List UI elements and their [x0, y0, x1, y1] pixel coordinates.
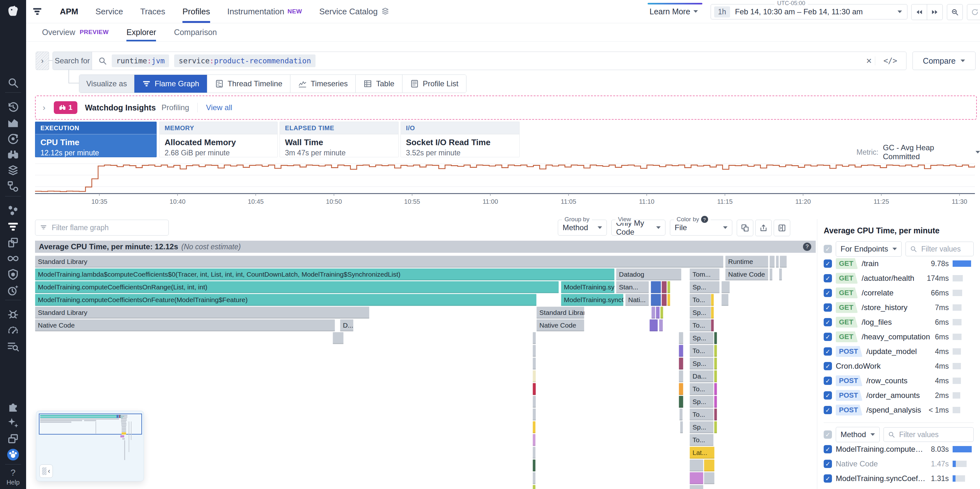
flame-frame-fragment[interactable]: [704, 459, 714, 471]
flame-frame[interactable]: ModelTraining.syncCoeffi...: [561, 294, 624, 306]
metric-card-elapsed-time[interactable]: ELAPSED TIMEWall Time3m 47s per minute: [280, 122, 399, 157]
flame-frame-fragment[interactable]: [667, 281, 670, 293]
endpoint-row[interactable]: ✓GET/train9.78s: [824, 256, 974, 271]
endpoint-checkbox[interactable]: ✓: [824, 260, 832, 268]
flame-frame[interactable]: Stan...: [616, 281, 649, 293]
flame-frame[interactable]: Sp...: [690, 357, 714, 370]
endpoint-row[interactable]: ✓GET/store_history7ms: [824, 300, 974, 315]
flame-frame-fragment[interactable]: [679, 396, 683, 408]
flame-frame[interactable]: Lat...: [690, 447, 714, 459]
endpoint-row[interactable]: ✓GET/correlate66ms: [824, 285, 974, 300]
sidebar-ci-icon[interactable]: [7, 252, 19, 265]
endpoint-checkbox[interactable]: ✓: [824, 318, 832, 327]
endpoint-row[interactable]: ✓POST/spend_analysis< 1ms: [824, 403, 974, 417]
sidebar-workspaces-icon[interactable]: [7, 432, 19, 445]
flame-frame-fragment[interactable]: [660, 307, 663, 319]
nav-item-service-catalog[interactable]: Service Catalog: [319, 0, 390, 23]
sidebar-traces-icon[interactable]: [7, 180, 19, 193]
metric-card-i-o[interactable]: I/OSocket I/O Read Time3.52s per minute: [401, 122, 520, 157]
flame-frame-fragment[interactable]: [711, 307, 714, 319]
flame-frame[interactable]: To...: [690, 383, 714, 395]
flame-frame-fragment[interactable]: [662, 281, 667, 293]
visualize-table[interactable]: Table: [356, 75, 402, 92]
compare-button[interactable]: Compare: [913, 52, 975, 70]
sidebar-recent-icon[interactable]: [7, 100, 19, 113]
flame-frame[interactable]: To...: [690, 319, 711, 331]
flame-frame[interactable]: Sp...: [690, 421, 714, 433]
flame-frame-fragment[interactable]: [533, 459, 536, 471]
sidebar-user-avatar-icon[interactable]: [7, 448, 19, 461]
subtab-comparison[interactable]: Comparison: [174, 23, 217, 41]
time-preset-badge[interactable]: 1h: [714, 6, 730, 18]
flame-frame-fragment[interactable]: [533, 472, 536, 484]
gc-heap-timeseries-chart[interactable]: 10:3510:4010:4510:5010:5511:0011:0511:10…: [35, 159, 975, 210]
flame-frame-fragment[interactable]: [533, 485, 536, 489]
endpoints-filter-input[interactable]: [920, 244, 969, 254]
flame-frame-fragment[interactable]: [679, 345, 683, 357]
flame-frame[interactable]: Standard Library: [536, 307, 584, 319]
sidebar-insights-icon[interactable]: [7, 148, 19, 161]
clear-search-icon[interactable]: ×: [866, 56, 872, 66]
learn-more-button[interactable]: Learn More: [649, 0, 698, 23]
flame-frame[interactable]: Sp...: [690, 332, 714, 344]
flame-frame-fragment[interactable]: [656, 307, 660, 319]
flame-frame-fragment[interactable]: [679, 383, 683, 395]
flame-frame-fragment[interactable]: [659, 319, 663, 331]
flame-frame[interactable]: Standard Library: [35, 307, 369, 319]
endpoint-row[interactable]: ✓POST/order_amounts2ms: [824, 388, 974, 403]
sidebar-service-catalog-icon[interactable]: [7, 164, 19, 177]
flame-frame-fragment[interactable]: [533, 434, 536, 446]
help-icon[interactable]: ?: [7, 467, 19, 479]
flame-frame[interactable]: Standard Library: [35, 256, 723, 268]
subtab-explorer[interactable]: Explorer: [126, 23, 156, 41]
endpoint-checkbox[interactable]: ✓: [824, 362, 832, 370]
flame-frame-fragment[interactable]: [679, 357, 683, 370]
metric-card-execution[interactable]: EXECUTIONCPU Time12.12s per minute: [35, 122, 157, 157]
flame-frame-fragment[interactable]: [711, 294, 714, 306]
flame-frame[interactable]: Nati...: [625, 294, 649, 306]
flame-frame[interactable]: D...: [340, 319, 353, 331]
flame-frame-fragment[interactable]: [333, 332, 344, 344]
help-circle-icon[interactable]: ?: [701, 216, 708, 223]
endpoint-row[interactable]: ✓GET/actuator/health174ms: [824, 271, 974, 285]
sidebar-apm-icon[interactable]: [7, 220, 19, 233]
method-row[interactable]: ✓Native Code1.47s: [824, 457, 974, 471]
endpoints-selector[interactable]: For Endpoints: [836, 241, 902, 256]
sidebar-security-icon[interactable]: [7, 268, 19, 281]
view-select[interactable]: View Only My Code: [611, 220, 665, 236]
flame-frame-fragment[interactable]: [690, 459, 703, 471]
flame-frame[interactable]: ModelTraining.lambda$computeCoefficients…: [35, 268, 614, 280]
datadog-logo-icon[interactable]: [6, 5, 20, 19]
endpoint-row[interactable]: ✓GET/heavy_computation6ms: [824, 330, 974, 344]
flame-frame-fragment[interactable]: [680, 421, 683, 433]
sidebar-infrastructure-icon[interactable]: [7, 204, 19, 217]
flame-frame[interactable]: Da...: [690, 370, 714, 382]
method-row[interactable]: ✓ModelTraining.syncCoefficientsO...1.31s: [824, 471, 974, 486]
method-checkbox[interactable]: ✓: [824, 460, 832, 468]
flame-graph[interactable]: Standard LibraryRuntimeModelTraining.lam…: [35, 256, 816, 489]
sidebar-synthetics-icon[interactable]: [7, 284, 19, 297]
flame-frame-fragment[interactable]: [533, 370, 536, 382]
flame-frame-fragment[interactable]: [780, 256, 787, 268]
methods-filter-input[interactable]: [899, 430, 969, 439]
expand-panel-button[interactable]: [774, 220, 790, 236]
time-forward-button[interactable]: [927, 4, 943, 20]
search-token-runtime[interactable]: runtime:jvm: [112, 54, 169, 67]
visualize-timeseries[interactable]: Timeseries: [290, 75, 356, 92]
flame-frame[interactable]: Native Code: [536, 319, 584, 331]
flame-frame[interactable]: Sp...: [690, 396, 714, 408]
flame-frame-fragment[interactable]: [533, 447, 536, 459]
flame-frame[interactable]: Runtime: [725, 256, 768, 268]
endpoint-row[interactable]: ✓GET/log_files6ms: [824, 315, 974, 330]
flame-frame-fragment[interactable]: [679, 332, 683, 344]
flame-frame-fragment[interactable]: [776, 256, 779, 268]
visualize-thread-timeline[interactable]: Thread Timeline: [207, 75, 290, 92]
zoom-out-button[interactable]: [947, 4, 963, 20]
flame-frame[interactable]: ModelTraining.synchroniz...: [561, 281, 614, 293]
flame-frame-fragment[interactable]: [667, 294, 670, 306]
search-query[interactable]: runtime:jvmservice:product-recommendatio…: [112, 54, 321, 67]
endpoint-checkbox[interactable]: ✓: [824, 274, 832, 282]
watchdog-badge[interactable]: 1: [54, 101, 77, 114]
flame-frame-fragment[interactable]: [651, 281, 661, 293]
flame-frame[interactable]: Sp...: [690, 281, 719, 293]
